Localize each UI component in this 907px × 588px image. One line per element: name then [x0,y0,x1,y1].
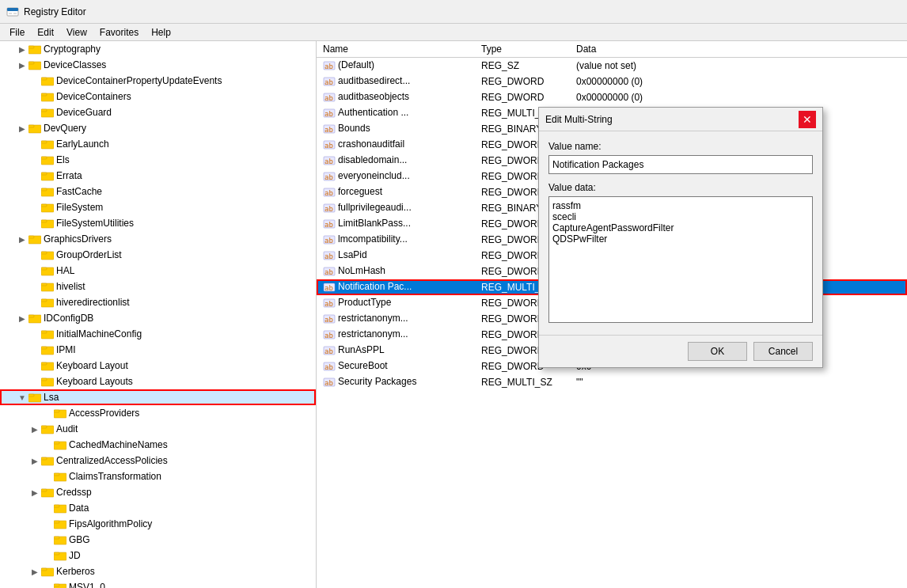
dialog-title: Edit Multi-String [545,114,613,125]
value-name-input[interactable] [548,155,813,174]
edit-multistring-dialog: Edit Multi-String ✕ Value name: Value da… [538,107,823,368]
value-data-textarea[interactable] [548,196,813,323]
dialog-titlebar: Edit Multi-String ✕ [539,108,822,131]
dialog-body: Value name: Value data: [539,131,822,335]
cancel-button[interactable]: Cancel [753,342,813,361]
dialog-footer: OK Cancel [539,335,822,367]
dialog-close-button[interactable]: ✕ [799,111,816,128]
value-data-label: Value data: [548,182,813,193]
ok-button[interactable]: OK [688,342,747,361]
dialog-overlay: Edit Multi-String ✕ Value name: Value da… [0,0,907,588]
value-name-label: Value name: [548,141,813,152]
